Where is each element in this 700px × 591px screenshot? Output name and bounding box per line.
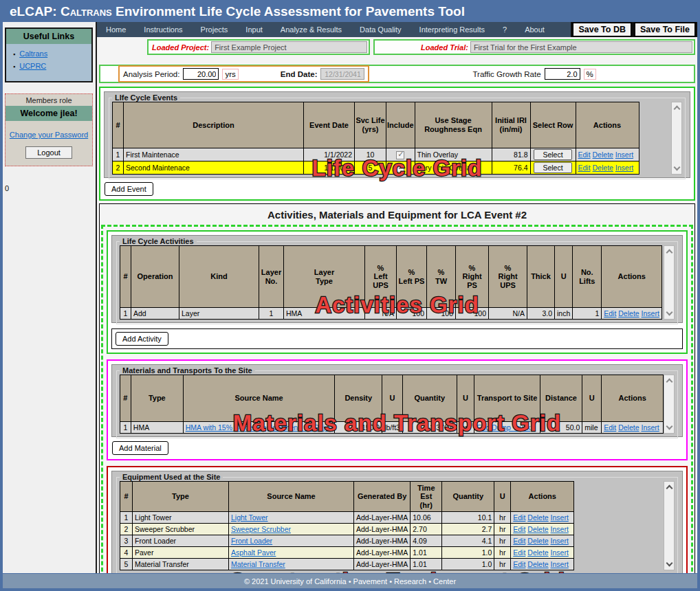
useful-links-list: Caltrans UCPRC (6, 49, 91, 70)
add-material-button[interactable]: Add Material (112, 441, 168, 455)
delete-link[interactable]: Delete (527, 513, 548, 522)
edit-link[interactable]: Edit (513, 537, 525, 545)
include-checkbox[interactable] (396, 164, 404, 172)
nav-item-data-quality[interactable]: Data Quality (351, 22, 411, 37)
col-description: Description (124, 102, 304, 148)
transport-link[interactable]: End Dump Truck (477, 423, 530, 432)
equipment-source-link[interactable]: Front Loader (231, 537, 272, 545)
col-actions: Actions (511, 482, 574, 512)
equipment-scrollbar[interactable] (664, 481, 675, 570)
material-source-link[interactable]: HMA with 15% Binder Replacement, no Reju… (186, 423, 333, 432)
cell-svc-life: 5 (355, 161, 386, 175)
equipment-source-link[interactable]: Asphalt Paver (231, 548, 276, 557)
logout-button[interactable]: Logout (25, 146, 72, 159)
loaded-trial-field[interactable] (470, 41, 692, 53)
chevron-up-icon[interactable] (666, 249, 672, 256)
events-scrollbar[interactable] (671, 102, 682, 175)
materials-scrollbar[interactable] (664, 375, 675, 434)
equipment-source-link[interactable]: Light Tower (231, 513, 268, 522)
caltrans-link[interactable]: Caltrans (19, 49, 47, 58)
add-event-button[interactable]: Add Event (105, 182, 153, 196)
chevron-down-icon[interactable] (666, 560, 672, 567)
edit-link[interactable]: Edit (513, 513, 525, 522)
nav-item-instructions[interactable]: Instructions (135, 22, 191, 37)
include-checkbox[interactable] (396, 151, 404, 159)
chevron-up-icon[interactable] (673, 106, 680, 113)
edit-link[interactable]: Edit (578, 164, 591, 172)
insert-link[interactable]: Insert (551, 525, 569, 533)
delete-link[interactable]: Delete (527, 525, 548, 533)
ucprc-link[interactable]: UCPRC (19, 62, 46, 70)
change-password-link[interactable]: Change your Password (6, 131, 92, 139)
events-legend: LIfe Cycle Events (112, 93, 180, 102)
col-actions: Actions (602, 246, 662, 308)
traffic-growth-field[interactable] (545, 68, 580, 80)
nav-item-help[interactable]: ? (494, 22, 516, 37)
insert-link[interactable]: Insert (551, 513, 569, 522)
activities-table: # Operation Kind Layer No. Layer Type % … (120, 245, 662, 320)
col-unit: U (382, 375, 403, 422)
delete-link[interactable]: Delete (593, 164, 613, 172)
chevron-up-icon[interactable] (666, 485, 672, 492)
add-activity-button[interactable]: Add Activity (116, 332, 168, 346)
select-row-button[interactable]: Select (534, 149, 571, 160)
title-prefix: eLCAP: (10, 4, 57, 19)
edit-link[interactable]: Edit (513, 560, 525, 568)
insert-link[interactable]: Insert (615, 164, 633, 172)
insert-link[interactable]: Insert (642, 309, 659, 317)
traffic-growth-label: Traffic Growth Rate (472, 70, 540, 78)
delete-link[interactable]: Delete (618, 423, 639, 432)
save-to-db-button[interactable]: Save To DB (572, 22, 632, 37)
loaded-project-field[interactable] (211, 41, 367, 53)
delete-link[interactable]: Delete (527, 537, 548, 545)
edit-link[interactable]: Edit (578, 150, 591, 159)
nav-item-input[interactable]: Input (237, 22, 271, 37)
equipment-source-link[interactable]: Sweeper Scrubber (231, 525, 291, 533)
edit-link[interactable]: Edit (513, 525, 525, 533)
col-type: Type (133, 482, 229, 512)
chevron-down-icon[interactable] (666, 309, 672, 316)
equipment-fieldset: Equipment Used at the Site # Type Source… (116, 473, 678, 573)
edit-link[interactable]: Edit (604, 423, 616, 432)
cell-time-est: 10.06 (411, 512, 442, 524)
delete-link[interactable]: Delete (527, 560, 548, 568)
insert-link[interactable]: Insert (615, 150, 633, 159)
chevron-up-icon[interactable] (666, 379, 672, 386)
insert-link[interactable]: Insert (551, 548, 569, 557)
cell-actions: Edit Delete Insert (602, 422, 664, 434)
app-titlebar: eLCAP: Caltrans Environment Life Cycle A… (3, 3, 697, 22)
nav-item-analyze-results[interactable]: Analyze & Results (272, 22, 351, 37)
cell-select: Select (530, 148, 576, 161)
activities-scrollbar[interactable] (664, 245, 675, 320)
cell-time-est: 4.09 (411, 535, 442, 547)
equipment-source-link[interactable]: Material Transfer (231, 560, 285, 568)
insert-link[interactable]: Insert (641, 423, 659, 432)
analysis-period-group: Analysis Period: yrs End Date: (118, 65, 369, 82)
grid-filler (639, 102, 671, 175)
delete-link[interactable]: Delete (618, 309, 639, 317)
save-to-file-button[interactable]: Save To File (634, 22, 696, 37)
cell-actions: Edit Delete Insert (576, 161, 639, 175)
list-item: Caltrans (13, 49, 91, 58)
cell-description: First Maintenace (124, 148, 304, 161)
nav-item-interpreting-results[interactable]: Interpreting Results (411, 22, 494, 37)
nav-item-projects[interactable]: Projects (192, 22, 237, 37)
table-row-selected: 2 Second Maintenace 1/1/2032 5 Very Thin… (113, 161, 639, 175)
insert-link[interactable]: Insert (551, 537, 569, 545)
cell-quantity: 1.0 (442, 547, 494, 559)
col-source-name: Source Name (183, 375, 335, 422)
insert-link[interactable]: Insert (551, 560, 569, 568)
chevron-down-icon[interactable] (666, 423, 672, 430)
col-actions: Actions (576, 102, 639, 148)
select-row-button[interactable]: Select (534, 162, 571, 173)
delete-link[interactable]: Delete (527, 548, 548, 557)
nav-item-about[interactable]: About (516, 22, 554, 37)
analysis-period-field[interactable] (183, 68, 219, 80)
delete-link[interactable]: Delete (593, 150, 613, 159)
nav-item-home[interactable]: Home (97, 22, 135, 37)
edit-link[interactable]: Edit (604, 309, 616, 317)
chevron-down-icon[interactable] (673, 164, 680, 171)
cell-event-date: 1/1/2032 (304, 161, 355, 175)
edit-link[interactable]: Edit (513, 548, 525, 557)
table-header-row: # Type Source Name Density U Quantity U … (120, 375, 664, 422)
